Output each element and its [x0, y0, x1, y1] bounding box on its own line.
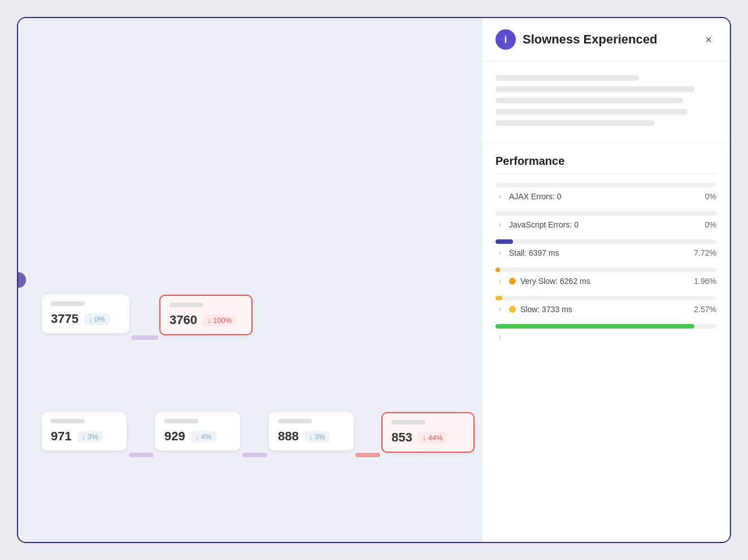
node-value: 3775	[51, 312, 79, 326]
stall-label: Stall: 6397 ms	[509, 248, 689, 257]
normal-bar-container	[495, 324, 716, 329]
node-label	[169, 303, 203, 307]
js-chevron[interactable]: ›	[495, 220, 505, 229]
node-badge-red: ↓ 44%	[418, 432, 447, 444]
node-value: 853	[392, 430, 412, 445]
slow-label: Slow: 3733 ms	[520, 305, 689, 314]
close-button[interactable]: ×	[701, 31, 716, 49]
node-label	[51, 419, 85, 423]
node-label	[278, 419, 312, 423]
performance-section: Performance › AJAX Errors: 0 0%	[482, 143, 730, 364]
main-canvas: 3775 ↓ 0% 3760 ↓ 100% 971 ↓ 3%	[18, 18, 481, 542]
desc-line-3	[495, 98, 683, 103]
connector-row2-3	[355, 453, 380, 457]
normal-chevron[interactable]: ›	[495, 333, 505, 342]
ajax-bar-container	[495, 183, 716, 187]
stall-bar	[495, 239, 513, 244]
node-label	[392, 420, 425, 425]
very-slow-bar-container	[495, 268, 716, 272]
panel-title: Slowness Experienced	[523, 32, 694, 47]
metric-stall: › Stall: 6397 ms 7.72%	[495, 239, 716, 257]
desc-line-1	[495, 75, 639, 81]
slow-bar	[495, 296, 502, 300]
js-bar-container	[495, 211, 716, 216]
node-3775[interactable]: 3775 ↓ 0%	[42, 295, 129, 333]
right-panel: i Slowness Experienced × Performance ›	[481, 18, 730, 542]
metric-slow: › Slow: 3733 ms 2.57%	[495, 296, 716, 314]
stall-chevron[interactable]: ›	[495, 248, 505, 257]
slow-value: 2.57%	[694, 305, 716, 314]
desc-line-2	[495, 86, 694, 92]
node-badge: ↓ 3%	[77, 431, 103, 443]
desc-line-4	[495, 109, 688, 115]
ajax-value: 0%	[705, 192, 716, 201]
connector-row2-1	[129, 453, 154, 457]
node-value: 971	[51, 429, 72, 444]
ajax-label: AJAX Errors: 0	[509, 192, 701, 201]
very-slow-bar	[495, 268, 500, 272]
node-label	[51, 301, 85, 306]
node-929[interactable]: 929 ↓ 4%	[155, 412, 240, 450]
app-container: 3775 ↓ 0% 3760 ↓ 100% 971 ↓ 3%	[17, 17, 731, 543]
description-section	[482, 62, 730, 143]
left-nav-circle[interactable]	[18, 272, 26, 288]
slow-dot	[509, 306, 516, 313]
node-888[interactable]: 888 ↓ 3%	[269, 412, 354, 450]
connector-row2-2	[242, 453, 267, 457]
js-value: 0%	[705, 220, 716, 229]
node-971[interactable]: 971 ↓ 3%	[42, 412, 127, 450]
node-3760[interactable]: 3760 ↓ 100%	[159, 295, 253, 335]
performance-section-title: Performance	[495, 155, 716, 168]
node-badge-red: ↓ 100%	[203, 314, 236, 326]
stall-value: 7.72%	[694, 248, 716, 257]
metric-normal: ›	[495, 324, 716, 342]
node-badge: ↓ 4%	[191, 431, 216, 443]
normal-bar	[495, 324, 694, 329]
very-slow-dot	[509, 278, 516, 285]
node-badge: ↓ 0%	[84, 313, 110, 325]
ajax-chevron[interactable]: ›	[495, 192, 505, 201]
metric-js-errors: › JavaScript Errors: 0 0%	[495, 211, 716, 229]
perf-divider	[495, 173, 716, 174]
node-label	[164, 419, 198, 423]
info-icon: i	[495, 29, 516, 50]
very-slow-chevron[interactable]: ›	[495, 277, 505, 286]
panel-header: i Slowness Experienced ×	[482, 18, 730, 62]
stall-bar-container	[495, 239, 716, 244]
metric-ajax-errors: › AJAX Errors: 0 0%	[495, 183, 716, 201]
metric-very-slow: › Very Slow: 6262 ms 1.96%	[495, 268, 716, 286]
connector-row1	[131, 335, 158, 340]
desc-line-5	[495, 120, 655, 126]
slow-bar-container	[495, 296, 716, 300]
js-label: JavaScript Errors: 0	[509, 220, 701, 229]
node-value: 888	[278, 429, 299, 444]
node-value: 3760	[169, 313, 197, 327]
node-badge: ↓ 3%	[305, 431, 330, 443]
node-853[interactable]: 853 ↓ 44%	[381, 412, 475, 453]
very-slow-value: 1.96%	[694, 277, 716, 286]
slow-chevron[interactable]: ›	[495, 305, 505, 314]
node-value: 929	[164, 429, 185, 444]
very-slow-label: Very Slow: 6262 ms	[520, 277, 689, 286]
